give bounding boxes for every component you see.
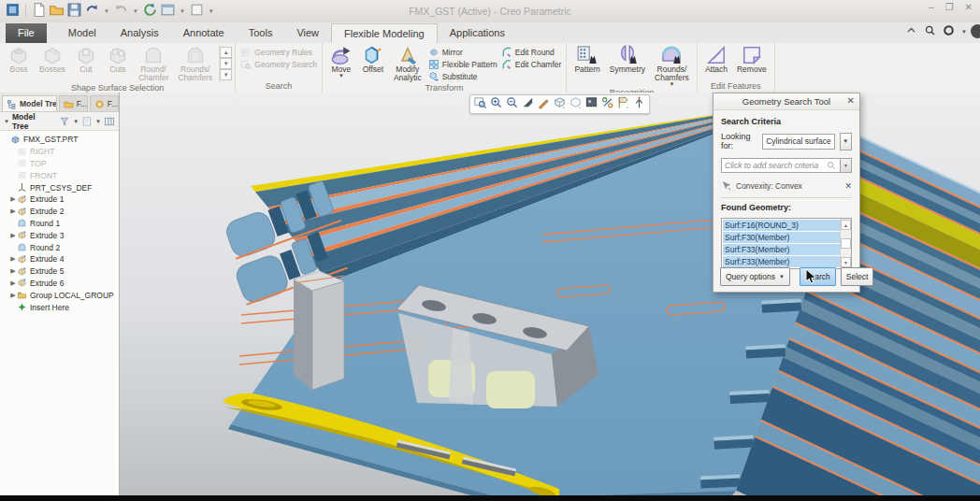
tab-file[interactable]: File [6,23,47,43]
move-button[interactable]: Move▼ [325,45,357,79]
edit-chamfer-button[interactable]: Edit Chamfer [499,58,564,70]
edit-round-button[interactable]: Edit Round [499,46,564,58]
minimize-button[interactable]: – [929,2,934,12]
gallery-scroll-strip[interactable]: ▲▼▼ [219,45,232,82]
tree-item-top[interactable]: TOP [0,158,119,170]
bosses-button[interactable]: Bosses [35,45,70,75]
looking-for-dropdown-icon[interactable]: ▼ [840,133,852,150]
navigator-tab-favorites[interactable]: F... [90,95,119,111]
tree-filter-menu-icon[interactable]: ▼ [73,119,79,124]
tree-item-extrude-5[interactable]: ▶Extrude 5 [0,265,119,278]
new-file-button[interactable] [31,4,47,20]
tab-model[interactable]: Model [56,23,108,43]
tree-item-right[interactable]: RIGHT [0,146,119,158]
app-logo-button[interactable] [5,4,21,20]
tree-item-round-2[interactable]: Round 2 [0,241,119,253]
close-window-button[interactable] [189,4,205,20]
close-button[interactable]: ✕ [965,2,973,12]
datum-display-button[interactable] [600,98,614,111]
tab-annotate[interactable]: Annotate [171,23,237,43]
expand-icon[interactable]: ▶ [9,279,17,287]
search-button[interactable]: Search [800,267,836,286]
redline-button[interactable] [537,98,551,111]
tree-collapse-icon[interactable]: ▼ [4,119,9,124]
tree-item-extrude-4[interactable]: ▶Extrude 4 [0,253,119,265]
tab-tools[interactable]: Tools [237,23,285,43]
pattern-button[interactable]: Pattern [569,45,604,75]
zoom-in-button[interactable] [489,98,503,111]
redo-menu-icon[interactable]: ▼ [133,8,138,14]
open-file-button[interactable] [49,4,65,20]
zoom-out-button[interactable] [505,98,519,111]
window-model-button[interactable] [160,4,176,20]
gallery-more-icon[interactable]: ▼ [220,69,232,80]
undo-button[interactable] [84,4,100,20]
tree-settings-icon[interactable] [81,116,93,127]
customize-quick-access-icon[interactable]: ▼ [209,8,214,14]
tree-filter-icon[interactable] [59,116,70,127]
tree-item-extrude-1[interactable]: ▶Extrude 1 [0,193,119,206]
command-search-button[interactable] [924,25,936,37]
query-options-button[interactable]: Query options ▼ [720,267,790,286]
scroll-up-icon[interactable]: ▲ [841,220,851,230]
tab-view[interactable]: View [284,23,331,43]
gallery-up-icon[interactable]: ▲ [220,47,232,58]
tab-analysis[interactable]: Analysis [108,23,171,43]
found-geometry-row[interactable]: Surf:F16(ROUND_3) [723,220,840,231]
save-button[interactable] [66,4,82,20]
attach-button[interactable]: Attach [700,45,732,75]
account-icon[interactable] [971,24,980,38]
geometry-rules-button[interactable]: Geometry Rules [238,46,319,58]
found-geometry-row[interactable]: Surf:F33(Member) [723,244,840,255]
select-button[interactable]: Select [841,267,874,286]
tree-item-front[interactable]: FRONT [0,169,119,181]
undo-menu-icon[interactable]: ▼ [104,8,109,14]
tree-item-extrude-3[interactable]: ▶Extrude 3 [0,229,119,241]
tree-item-round-1[interactable]: Round 1 [0,218,119,230]
expand-icon[interactable]: ▶ [9,255,17,263]
scroll-thumb[interactable] [841,238,851,249]
expand-icon[interactable]: ▶ [9,232,17,239]
list-scrollbar[interactable]: ▲ ▼ [840,219,851,268]
symmetry-button[interactable]: Symmetry [605,45,650,75]
add-criteria-input[interactable]: Click to add search criteria [721,158,841,173]
model-gray-prism[interactable] [294,271,344,390]
expand-icon[interactable]: ▶ [9,292,17,299]
cut-button[interactable]: Cut [70,45,102,75]
display-style-2-button[interactable] [569,98,583,111]
mirror-button[interactable]: Mirror [426,46,499,58]
redo-button[interactable] [113,4,129,20]
regenerate-button[interactable] [142,4,158,20]
found-geometry-row[interactable]: Surf:F33(Member) [723,256,840,267]
navigator-tab-folder-browser[interactable]: F... [59,95,88,111]
display-style-button[interactable] [553,98,567,111]
orientation-button[interactable] [632,98,646,111]
tree-columns-icon[interactable] [104,116,115,127]
help-button[interactable] [943,25,955,37]
remove-button[interactable]: Remove [732,45,771,75]
modify-analytic-button[interactable]: Modify Analytic [389,45,426,83]
cuts-button[interactable]: Cuts [102,45,134,75]
substitute-button[interactable]: Substitute [426,70,499,82]
expand-icon[interactable]: ▶ [9,195,17,203]
rounds-chamfers-button[interactable]: Rounds/ Chamfers▼ [650,45,694,88]
expand-icon[interactable]: ▶ [9,267,17,275]
annotations-button[interactable] [616,98,630,111]
criteria-menu-icon[interactable]: ▼ [841,158,852,173]
looking-for-select[interactable]: Cylindrical surface [762,134,834,150]
rounds-chamfers-button[interactable]: Rounds/ Chamfers [173,45,217,83]
tree-settings-menu-icon[interactable]: ▼ [95,119,101,124]
tree-item-extrude-6[interactable]: ▶Extrude 6 [0,278,119,290]
tree-item-insert-here[interactable]: Insert Here [0,301,119,313]
tree-item-fmx-gst-prt[interactable]: FMX_GST.PRT [0,134,119,146]
appearance-button[interactable] [584,98,598,111]
help-menu-icon[interactable]: ▼ [961,25,967,37]
tree-item-group-local-group[interactable]: ▶Group LOCAL_GROUP [0,289,119,301]
collapse-ribbon-button[interactable] [905,25,917,37]
menu-caret-icon[interactable]: ▼ [669,82,674,87]
navigator-tab-model-tree[interactable]: Model Tree [2,95,57,111]
found-geometry-row[interactable]: Surf:F30(Member) [723,232,840,243]
boss-button[interactable]: Boss [3,45,35,75]
expand-icon[interactable]: ▶ [9,208,17,215]
found-geometry-list[interactable]: Surf:F16(ROUND_3)Surf:F30(Member)Surf:F3… [721,218,852,269]
